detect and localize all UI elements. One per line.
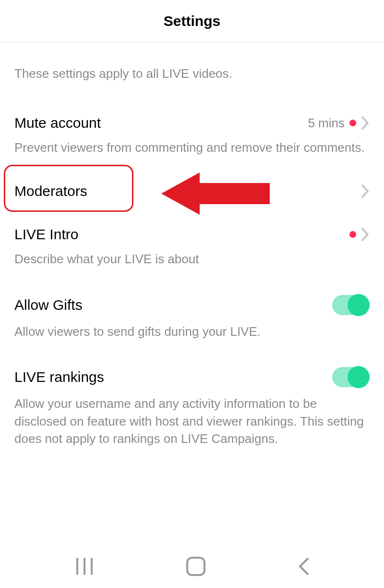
nav-back-icon[interactable]: [296, 556, 311, 577]
setting-live-intro[interactable]: LIVE Intro Describe what your LIVE is ab…: [14, 226, 370, 268]
chevron-right-icon: [361, 116, 370, 130]
setting-right: [361, 184, 370, 198]
dot-indicator-icon: [349, 120, 356, 126]
setting-right: [349, 227, 370, 242]
page-title: Settings: [164, 13, 220, 29]
toggle-allow-gifts[interactable]: [332, 295, 370, 315]
setting-mute-account[interactable]: Mute account 5 mins Prevent viewers from…: [14, 115, 370, 156]
setting-moderators[interactable]: Moderators: [14, 183, 370, 199]
setting-title: LIVE Intro: [14, 226, 78, 243]
svg-rect-4: [187, 558, 204, 575]
setting-desc: Allow your username and any activity inf…: [14, 395, 370, 447]
setting-live-rankings: LIVE rankings Allow your username and an…: [14, 367, 370, 447]
content: These settings apply to all LIVE videos.…: [0, 66, 384, 447]
toggle-live-rankings[interactable]: [332, 367, 370, 387]
dot-indicator-icon: [349, 231, 356, 238]
setting-right: 5 mins: [308, 116, 370, 131]
setting-allow-gifts: Allow Gifts Allow viewers to send gifts …: [14, 295, 370, 340]
intro-text: These settings apply to all LIVE videos.: [14, 66, 370, 81]
setting-title: Allow Gifts: [14, 297, 83, 313]
setting-desc: Prevent viewers from commenting and remo…: [14, 139, 370, 156]
setting-desc: Allow viewers to send gifts during your …: [14, 323, 370, 340]
setting-desc: Describe what your LIVE is about: [14, 250, 370, 268]
navigation-bar: [0, 545, 384, 588]
chevron-right-icon: [361, 184, 370, 198]
setting-title: Moderators: [14, 183, 87, 199]
setting-title: Mute account: [14, 115, 101, 131]
setting-value: 5 mins: [308, 116, 345, 131]
setting-title: LIVE rankings: [14, 369, 104, 385]
chevron-right-icon: [361, 227, 370, 242]
header: Settings: [0, 0, 384, 42]
nav-recents-icon[interactable]: [73, 557, 96, 576]
nav-home-icon[interactable]: [185, 556, 206, 577]
